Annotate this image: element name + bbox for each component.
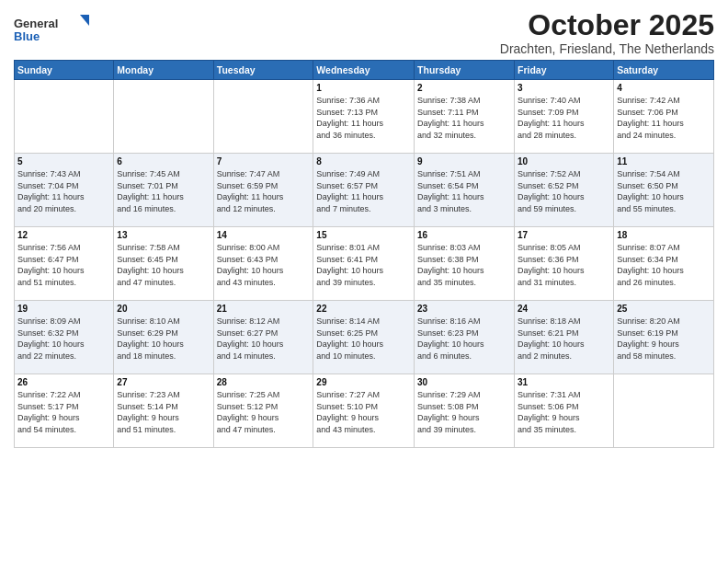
day-info: Sunrise: 7:42 AM Sunset: 7:06 PM Dayligh… [617,95,711,141]
table-row: 17Sunrise: 8:05 AM Sunset: 6:36 PM Dayli… [515,227,614,301]
day-info: Sunrise: 7:49 AM Sunset: 6:57 PM Dayligh… [316,168,411,214]
day-number: 11 [617,156,711,167]
calendar-week-row: 26Sunrise: 7:22 AM Sunset: 5:17 PM Dayli… [15,374,714,448]
day-info: Sunrise: 7:27 AM Sunset: 5:10 PM Dayligh… [316,389,411,435]
day-number: 31 [518,377,610,387]
table-row: 18Sunrise: 8:07 AM Sunset: 6:34 PM Dayli… [614,227,714,301]
table-row: 16Sunrise: 8:03 AM Sunset: 6:38 PM Dayli… [415,227,515,301]
svg-text:General: General [14,17,58,30]
day-number: 30 [417,377,511,387]
day-number: 25 [617,304,711,314]
table-row: 20Sunrise: 8:10 AM Sunset: 6:29 PM Dayli… [114,301,213,374]
table-row: 13Sunrise: 7:58 AM Sunset: 6:45 PM Dayli… [114,227,213,301]
header: General Blue October 2025 Drachten, Frie… [14,9,714,56]
day-info: Sunrise: 8:18 AM Sunset: 6:21 PM Dayligh… [518,316,610,362]
day-info: Sunrise: 7:25 AM Sunset: 5:12 PM Dayligh… [217,389,311,435]
table-row: 3Sunrise: 7:40 AM Sunset: 7:09 PM Daylig… [515,80,614,154]
table-row: 31Sunrise: 7:31 AM Sunset: 5:06 PM Dayli… [515,374,614,448]
day-info: Sunrise: 7:45 AM Sunset: 7:01 PM Dayligh… [117,168,210,214]
table-row: 12Sunrise: 7:56 AM Sunset: 6:47 PM Dayli… [15,227,114,301]
calendar-table: Sunday Monday Tuesday Wednesday Thursday… [14,60,714,448]
month-title: October 2025 [500,9,714,41]
day-number: 19 [17,304,110,314]
day-info: Sunrise: 7:43 AM Sunset: 7:04 PM Dayligh… [17,168,110,214]
table-row: 5Sunrise: 7:43 AM Sunset: 7:04 PM Daylig… [15,154,114,227]
table-row: 10Sunrise: 7:52 AM Sunset: 6:52 PM Dayli… [515,154,614,227]
day-number: 15 [316,230,411,240]
day-number: 12 [17,230,110,240]
page: General Blue October 2025 Drachten, Frie… [0,0,728,563]
col-wednesday: Wednesday [313,61,415,80]
day-number: 27 [117,377,210,387]
day-info: Sunrise: 8:12 AM Sunset: 6:27 PM Dayligh… [217,316,311,362]
day-number: 18 [617,230,711,240]
table-row: 6Sunrise: 7:45 AM Sunset: 7:01 PM Daylig… [114,154,213,227]
title-block: October 2025 Drachten, Friesland, The Ne… [500,9,714,56]
day-info: Sunrise: 8:05 AM Sunset: 6:36 PM Dayligh… [518,242,610,288]
day-info: Sunrise: 8:03 AM Sunset: 6:38 PM Dayligh… [417,242,511,288]
calendar-week-row: 12Sunrise: 7:56 AM Sunset: 6:47 PM Dayli… [15,227,714,301]
day-info: Sunrise: 7:51 AM Sunset: 6:54 PM Dayligh… [417,168,511,214]
day-info: Sunrise: 8:01 AM Sunset: 6:41 PM Dayligh… [316,242,411,288]
day-number: 3 [518,83,610,93]
day-info: Sunrise: 8:16 AM Sunset: 6:23 PM Dayligh… [417,316,511,362]
day-info: Sunrise: 8:09 AM Sunset: 6:32 PM Dayligh… [17,316,110,362]
table-row [213,80,313,154]
day-info: Sunrise: 7:22 AM Sunset: 5:17 PM Dayligh… [17,389,110,435]
day-number: 7 [217,156,311,167]
col-friday: Friday [515,61,614,80]
col-tuesday: Tuesday [213,61,313,80]
table-row: 30Sunrise: 7:29 AM Sunset: 5:08 PM Dayli… [415,374,515,448]
table-row: 25Sunrise: 8:20 AM Sunset: 6:19 PM Dayli… [614,301,714,374]
logo: General Blue [14,13,97,46]
table-row: 21Sunrise: 8:12 AM Sunset: 6:27 PM Dayli… [213,301,313,374]
day-number: 1 [316,83,411,93]
table-row: 11Sunrise: 7:54 AM Sunset: 6:50 PM Dayli… [614,154,714,227]
day-number: 6 [117,156,210,167]
logo-svg: General Blue [14,13,97,46]
col-saturday: Saturday [614,61,714,80]
table-row: 7Sunrise: 7:47 AM Sunset: 6:59 PM Daylig… [213,154,313,227]
table-row: 26Sunrise: 7:22 AM Sunset: 5:17 PM Dayli… [15,374,114,448]
table-row: 24Sunrise: 8:18 AM Sunset: 6:21 PM Dayli… [515,301,614,374]
table-row: 15Sunrise: 8:01 AM Sunset: 6:41 PM Dayli… [313,227,415,301]
table-row: 23Sunrise: 8:16 AM Sunset: 6:23 PM Dayli… [415,301,515,374]
table-row: 4Sunrise: 7:42 AM Sunset: 7:06 PM Daylig… [614,80,714,154]
day-number: 5 [17,156,110,167]
day-info: Sunrise: 8:20 AM Sunset: 6:19 PM Dayligh… [617,316,711,362]
calendar-week-row: 19Sunrise: 8:09 AM Sunset: 6:32 PM Dayli… [15,301,714,374]
day-info: Sunrise: 7:47 AM Sunset: 6:59 PM Dayligh… [217,168,311,214]
calendar-header-row: Sunday Monday Tuesday Wednesday Thursday… [15,61,714,80]
table-row: 22Sunrise: 8:14 AM Sunset: 6:25 PM Dayli… [313,301,415,374]
day-info: Sunrise: 7:31 AM Sunset: 5:06 PM Dayligh… [518,389,610,435]
day-number: 20 [117,304,210,314]
day-number: 2 [417,83,511,93]
day-info: Sunrise: 7:52 AM Sunset: 6:52 PM Dayligh… [518,168,610,214]
day-info: Sunrise: 8:07 AM Sunset: 6:34 PM Dayligh… [617,242,711,288]
day-info: Sunrise: 7:40 AM Sunset: 7:09 PM Dayligh… [518,95,610,141]
day-number: 24 [518,304,610,314]
col-thursday: Thursday [415,61,515,80]
day-number: 21 [217,304,311,314]
day-number: 29 [316,377,411,387]
table-row: 1Sunrise: 7:36 AM Sunset: 7:13 PM Daylig… [313,80,415,154]
day-number: 13 [117,230,210,240]
day-info: Sunrise: 8:00 AM Sunset: 6:43 PM Dayligh… [217,242,311,288]
svg-text:Blue: Blue [14,29,40,43]
table-row: 9Sunrise: 7:51 AM Sunset: 6:54 PM Daylig… [415,154,515,227]
table-row: 14Sunrise: 8:00 AM Sunset: 6:43 PM Dayli… [213,227,313,301]
day-number: 9 [417,156,511,167]
day-info: Sunrise: 7:58 AM Sunset: 6:45 PM Dayligh… [117,242,210,288]
day-info: Sunrise: 7:29 AM Sunset: 5:08 PM Dayligh… [417,389,511,435]
day-info: Sunrise: 7:56 AM Sunset: 6:47 PM Dayligh… [17,242,110,288]
table-row: 19Sunrise: 8:09 AM Sunset: 6:32 PM Dayli… [15,301,114,374]
table-row: 27Sunrise: 7:23 AM Sunset: 5:14 PM Dayli… [114,374,213,448]
day-number: 28 [217,377,311,387]
day-number: 17 [518,230,610,240]
day-number: 4 [617,83,711,93]
svg-marker-2 [80,15,89,26]
table-row: 28Sunrise: 7:25 AM Sunset: 5:12 PM Dayli… [213,374,313,448]
day-number: 16 [417,230,511,240]
table-row [15,80,114,154]
day-number: 8 [316,156,411,167]
